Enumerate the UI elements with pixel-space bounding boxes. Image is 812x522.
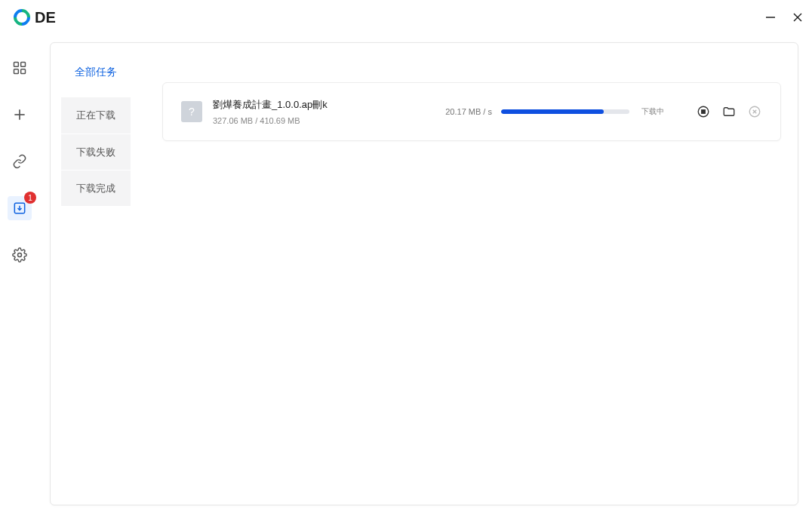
task-progress-area: 20.17 MB / s 下载中 — [420, 106, 664, 117]
category-downloading[interactable]: 正在下载 — [61, 97, 131, 134]
category-completed[interactable]: 下载完成 — [61, 170, 131, 206]
brand-logo-ring — [10, 5, 33, 29]
task-cancel-button[interactable] — [747, 104, 762, 119]
nav-downloads[interactable]: 1 — [8, 196, 32, 220]
file-unknown-icon: ? — [189, 106, 195, 118]
downloads-badge: 1 — [24, 192, 36, 204]
svg-rect-12 — [702, 110, 706, 114]
svg-rect-3 — [14, 63, 19, 67]
task-info: 劉燁養成計畫_1.0.0.ap刪k 327.06 MB / 410.69 MB — [213, 98, 409, 125]
task-size-progress: 327.06 MB / 410.69 MB — [213, 116, 409, 125]
nav-link[interactable] — [8, 149, 32, 173]
task-progress-bar — [501, 109, 604, 114]
category-failed[interactable]: 下载失败 — [61, 134, 131, 170]
task-filename: 劉燁養成計畫_1.0.0.ap刪k — [213, 98, 409, 112]
svg-point-10 — [18, 253, 22, 257]
task-progress-track — [501, 109, 629, 114]
nav-dashboard[interactable] — [8, 56, 32, 80]
category-header[interactable]: 全部任务 — [75, 66, 117, 79]
task-pause-button[interactable] — [696, 104, 711, 119]
svg-rect-6 — [21, 69, 26, 74]
task-speed: 20.17 MB / s — [445, 107, 492, 116]
main-panel-wrapper: 全部任务 正在下载 下载失败 下载完成 ? 劉燁養成計畫_1.0.0.ap刪k … — [39, 35, 812, 522]
category-column: 全部任务 正在下载 下载失败 下载完成 — [51, 43, 141, 505]
window-controls — [765, 12, 803, 23]
task-status: 下载中 — [641, 106, 664, 117]
main-panel: 全部任务 正在下载 下载失败 下载完成 ? 劉燁養成計畫_1.0.0.ap刪k … — [50, 42, 798, 505]
file-type-icon: ? — [181, 101, 202, 122]
sidebar-rail: 1 — [0, 35, 39, 522]
task-list[interactable]: ? 劉燁養成計畫_1.0.0.ap刪k 327.06 MB / 410.69 M… — [141, 43, 798, 505]
nav-add[interactable] — [8, 103, 32, 127]
svg-rect-5 — [14, 69, 19, 74]
close-button[interactable] — [792, 12, 803, 23]
task-row: ? 劉燁養成計畫_1.0.0.ap刪k 327.06 MB / 410.69 M… — [162, 82, 781, 141]
brand-text: DE — [35, 9, 56, 26]
task-actions — [696, 104, 762, 119]
brand: DE — [14, 9, 56, 26]
nav-settings[interactable] — [8, 243, 32, 267]
svg-rect-4 — [21, 63, 26, 67]
titlebar: DE — [0, 0, 812, 35]
task-open-folder-button[interactable] — [721, 104, 737, 119]
minimize-button[interactable] — [765, 12, 776, 23]
